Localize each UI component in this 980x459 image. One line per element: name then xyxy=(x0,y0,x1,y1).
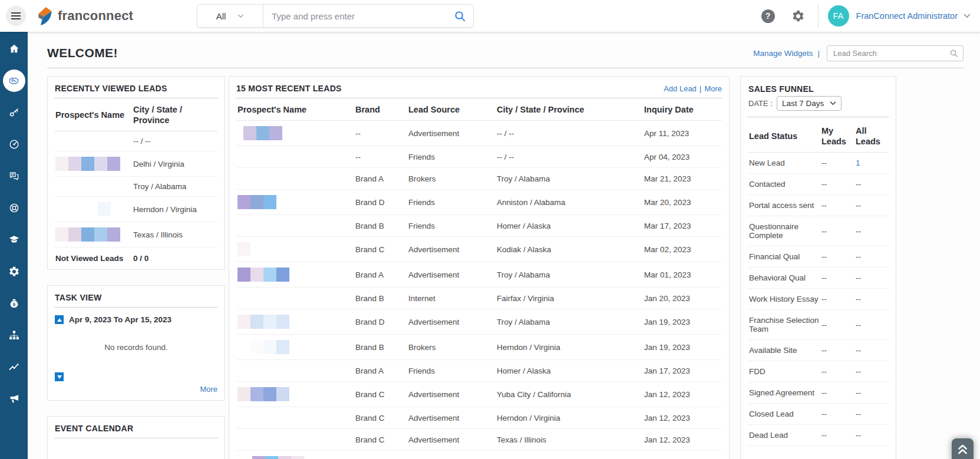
prospect-name-cell[interactable] xyxy=(236,190,354,215)
prospect-name-cell[interactable] xyxy=(236,451,354,459)
search-icon[interactable] xyxy=(949,49,958,58)
prospect-name-cell[interactable] xyxy=(236,237,354,262)
all-leads-cell: 1 xyxy=(854,153,889,174)
search-scope-select[interactable]: All xyxy=(197,5,263,27)
sidebar-item-graduation-cap[interactable] xyxy=(0,224,28,256)
table-row: Behavioral Qual---- xyxy=(748,268,889,289)
brand-cell: Brand A xyxy=(354,168,407,190)
column-header: City / State / Province xyxy=(132,98,218,131)
hamburger-menu-icon[interactable] xyxy=(6,6,26,26)
table-row: --Advertisement-- / --Apr 11, 2023 xyxy=(236,121,722,146)
help-icon[interactable]: ? xyxy=(761,9,775,23)
prospect-name-cell[interactable] xyxy=(236,121,354,146)
sidebar-item-chat[interactable] xyxy=(0,160,28,192)
prospect-name-cell[interactable] xyxy=(236,360,354,382)
avatar[interactable]: FA xyxy=(828,5,849,27)
prospect-name-cell[interactable] xyxy=(236,429,354,451)
prospect-name-cell[interactable] xyxy=(236,335,354,360)
search-input[interactable] xyxy=(263,11,446,21)
brand-cell: Brand A xyxy=(354,262,407,288)
brand-cell: Brand D xyxy=(354,309,407,335)
lead-search-input[interactable] xyxy=(832,48,949,58)
user-name[interactable]: FranConnect Administrator xyxy=(856,11,958,21)
prospect-name-cell[interactable] xyxy=(236,288,354,309)
prospect-name-cell[interactable] xyxy=(54,222,132,247)
sidebar-item-lifering[interactable] xyxy=(0,192,28,224)
prospect-name-cell[interactable] xyxy=(236,382,354,407)
lead-status-cell: Closed Lead xyxy=(748,404,820,425)
lead-status-cell: Franchise Selection Team xyxy=(748,310,820,340)
my-leads-cell: -- xyxy=(820,216,854,246)
prospect-name-cell[interactable] xyxy=(236,215,354,237)
collapse-up-icon[interactable] xyxy=(55,315,64,324)
manage-widgets-link[interactable]: Manage Widgets xyxy=(753,49,813,58)
brand-cell: Brand C xyxy=(354,429,407,451)
inquiry-date-cell: Jan 10, 2023 xyxy=(643,451,722,459)
sidebar-item-home[interactable] xyxy=(0,33,28,65)
table-row: Brand AAdvertisementTroy / AlabamaMar 01… xyxy=(236,262,722,288)
lead-source-cell: Advertisement xyxy=(407,262,496,288)
expand-down-icon[interactable] xyxy=(55,372,64,381)
prospect-name-cell[interactable] xyxy=(54,197,132,222)
sidebar-item-money-bag[interactable]: $ xyxy=(0,288,28,319)
sidebar-item-org-chart[interactable] xyxy=(0,319,28,351)
recent-leads-table: Prospect's Name Brand Lead Source City /… xyxy=(236,98,722,459)
main-content: WELCOME! Manage Widgets | RECENTLY VIEWE… xyxy=(28,32,980,459)
all-leads-cell: -- xyxy=(854,216,889,246)
event-calendar-widget: EVENT CALENDAR xyxy=(47,416,225,459)
gear-icon[interactable] xyxy=(788,9,809,24)
user-menu-chevron-down-icon[interactable] xyxy=(963,14,971,18)
separator: | xyxy=(817,49,820,58)
table-row: Brand DAdvertisementTroy / AlabamaJan 19… xyxy=(236,309,722,335)
brand-cell: Brand C xyxy=(354,407,407,429)
task-view-more-link[interactable]: More xyxy=(200,385,217,394)
sidebar-item-gauge[interactable] xyxy=(0,128,28,160)
chevron-down-icon xyxy=(830,101,836,105)
prospect-name-cell[interactable] xyxy=(236,168,354,190)
search-icon[interactable] xyxy=(446,5,473,27)
sidebar-item-key[interactable] xyxy=(0,97,28,128)
prospect-name-cell[interactable] xyxy=(54,131,132,151)
franconnect-logo[interactable]: franconnect xyxy=(35,5,133,27)
lead-source-cell: Friends xyxy=(407,190,496,215)
all-leads-cell: -- xyxy=(854,246,889,268)
all-leads-count-link[interactable]: 1 xyxy=(856,158,860,167)
lead-source-cell: Advertisement xyxy=(407,429,496,451)
inquiry-date-cell: Apr 11, 2023 xyxy=(643,121,722,146)
table-row: Available Site---- xyxy=(748,340,889,361)
app-header: franconnect All ? FA FranConnect Adminis… xyxy=(0,0,980,32)
task-date-range: Apr 9, 2023 To Apr 15, 2023 xyxy=(69,315,171,324)
double-chevron-up-icon xyxy=(956,443,969,456)
scroll-to-top-button[interactable] xyxy=(952,438,974,459)
table-row: Herndon / Virginia xyxy=(54,197,218,222)
location-cell: Anniston / Alabama xyxy=(496,190,643,215)
prospect-name-cell[interactable] xyxy=(236,309,354,335)
inquiry-date-cell: Mar 17, 2023 xyxy=(643,215,722,237)
table-row: --Friends-- / --Apr 04, 2023 xyxy=(236,146,722,168)
sidebar-item-handshake[interactable] xyxy=(0,65,28,97)
prospect-name-cell[interactable] xyxy=(236,146,354,168)
money-bag-icon: $ xyxy=(8,298,20,309)
recent-leads-more-link[interactable]: More xyxy=(704,84,722,93)
inquiry-date-cell: Mar 21, 2023 xyxy=(643,168,722,190)
sales-funnel-table: Lead Status My Leads All Leads New Lead-… xyxy=(748,120,889,446)
add-lead-link[interactable]: Add Lead xyxy=(664,84,697,93)
prospect-name-cell[interactable] xyxy=(236,407,354,429)
funnel-date-select[interactable]: Last 7 Days xyxy=(777,96,842,111)
location-cell: Texas / Illinois xyxy=(132,222,218,247)
sidebar-item-gear[interactable] xyxy=(0,256,28,288)
prospect-name-cell[interactable] xyxy=(54,151,132,177)
my-leads-cell: -- xyxy=(820,382,854,404)
all-leads-cell: -- xyxy=(854,425,889,446)
all-leads-cell: -- xyxy=(854,268,889,289)
lead-source-cell: Advertisement xyxy=(407,309,496,335)
column-header: My Leads xyxy=(820,120,854,153)
sidebar-item-megaphone[interactable] xyxy=(0,383,28,415)
sidebar-item-trend-chart[interactable] xyxy=(0,351,28,383)
inquiry-date-cell: Jan 12, 2023 xyxy=(643,382,722,407)
prospect-name-cell[interactable] xyxy=(236,262,354,288)
prospect-name-cell[interactable] xyxy=(54,177,132,197)
inquiry-date-cell: Jan 19, 2023 xyxy=(643,335,722,360)
lead-source-cell: Advertisement xyxy=(407,407,496,429)
location-cell: Herndon / Virginia xyxy=(132,197,218,222)
